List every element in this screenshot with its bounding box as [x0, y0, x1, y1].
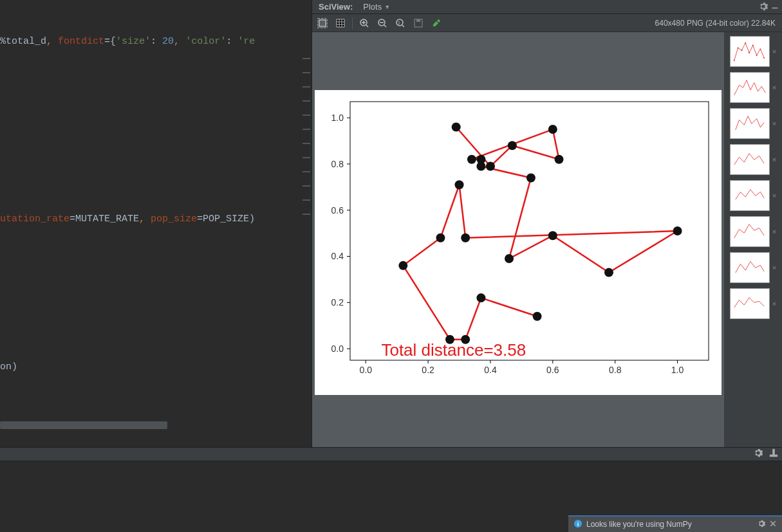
- plot-thumbnail[interactable]: [730, 36, 770, 67]
- notification-popup[interactable]: i Looks like you're using NumPy: [568, 515, 782, 532]
- grid-icon[interactable]: [334, 17, 347, 30]
- editor-horizontal-scrollbar[interactable]: [0, 421, 167, 429]
- svg-point-52: [505, 254, 514, 263]
- chevron-down-icon: ▼: [384, 4, 390, 10]
- zoom-reset-icon[interactable]: 1: [394, 17, 407, 30]
- code-token: 're: [237, 36, 255, 47]
- svg-point-60: [745, 42, 746, 44]
- code-token: 20: [162, 36, 174, 47]
- code-token: ,: [46, 36, 58, 47]
- svg-rect-9: [416, 19, 420, 22]
- plot-thumbnail[interactable]: [730, 180, 770, 211]
- svg-point-57: [734, 60, 735, 61]
- svg-text:0.8: 0.8: [331, 159, 344, 169]
- svg-point-58: [737, 47, 738, 48]
- close-thumbnail-icon[interactable]: ×: [772, 192, 776, 199]
- svg-text:0.6: 0.6: [331, 205, 344, 216]
- svg-text:1.0: 1.0: [331, 113, 344, 123]
- close-thumbnail-icon[interactable]: ×: [772, 48, 776, 55]
- indexing-icon[interactable]: [769, 448, 778, 459]
- close-thumbnail-icon[interactable]: ×: [772, 300, 776, 307]
- svg-point-53: [548, 231, 557, 240]
- svg-text:0.8: 0.8: [609, 365, 622, 375]
- info-icon: i: [573, 519, 582, 530]
- svg-point-39: [467, 155, 476, 164]
- plot-thumbnail[interactable]: [730, 72, 770, 103]
- svg-text:1.0: 1.0: [671, 365, 684, 375]
- svg-point-54: [604, 268, 613, 277]
- status-bar-icons: [754, 448, 778, 459]
- save-icon[interactable]: [412, 17, 425, 30]
- code-token: %total_d: [0, 36, 46, 47]
- thumbnail-row: ×: [730, 144, 776, 175]
- svg-point-35: [452, 122, 461, 131]
- code-token: on): [0, 362, 17, 372]
- svg-point-65: [763, 57, 765, 59]
- zoom-in-icon[interactable]: [358, 17, 371, 30]
- thumbnail-row: ×: [730, 108, 776, 139]
- gear-icon[interactable]: [759, 2, 768, 13]
- thumbnail-row: ×: [730, 180, 776, 211]
- gear-icon[interactable]: [754, 448, 763, 459]
- toolbar-separator: [352, 17, 353, 29]
- thumbnail-row: ×: [730, 72, 776, 103]
- sciview-tabbar: SciView: Plots ▼: [312, 0, 782, 14]
- plot-thumbnail[interactable]: [730, 288, 770, 319]
- close-thumbnail-icon[interactable]: ×: [772, 228, 776, 235]
- code-token: ,: [174, 36, 185, 47]
- code-token: fontdict: [58, 36, 104, 47]
- svg-point-40: [548, 125, 557, 134]
- eyedropper-icon[interactable]: [430, 17, 443, 30]
- close-thumbnail-icon[interactable]: ×: [772, 120, 776, 127]
- code-token: ,: [139, 214, 151, 225]
- code-token: ={: [104, 36, 116, 47]
- thumbnail-row: ×: [730, 288, 776, 319]
- code-token: utation_rate: [0, 214, 70, 225]
- svg-point-37: [486, 162, 495, 171]
- status-bar: [0, 447, 782, 461]
- editor-minimap[interactable]: [303, 58, 310, 228]
- svg-point-61: [749, 52, 750, 53]
- svg-rect-0: [772, 8, 778, 9]
- plot-svg: 0.00.20.40.60.81.00.00.20.40.60.81.0Tota…: [315, 90, 721, 395]
- svg-point-47: [398, 261, 407, 270]
- close-thumbnail-icon[interactable]: ×: [772, 156, 776, 163]
- svg-point-44: [455, 180, 464, 189]
- code-token: pop_size: [151, 214, 197, 225]
- close-thumbnail-icon[interactable]: ×: [772, 84, 776, 91]
- plot-canvas: 0.00.20.40.60.81.00.00.20.40.60.81.0Tota…: [315, 90, 721, 395]
- svg-point-51: [533, 312, 542, 321]
- plot-thumbnail[interactable]: [730, 108, 770, 139]
- bounding-box-icon[interactable]: [316, 17, 329, 30]
- svg-point-63: [756, 55, 757, 56]
- code-token: =MUTATE_RATE: [70, 214, 139, 225]
- svg-text:0.0: 0.0: [331, 344, 344, 354]
- code-token: =POP_SIZE): [197, 214, 255, 225]
- svg-text:0.2: 0.2: [422, 365, 434, 375]
- gear-icon[interactable]: [758, 520, 765, 529]
- plot-thumbnail[interactable]: [730, 216, 770, 247]
- svg-point-46: [461, 234, 470, 243]
- svg-point-64: [759, 48, 761, 50]
- notification-text: Looks like you're using NumPy: [586, 520, 692, 529]
- minimize-icon[interactable]: [770, 1, 779, 12]
- zoom-out-icon[interactable]: [376, 17, 389, 30]
- plot-info-label: 640x480 PNG (24-bit color) 22.84K: [655, 19, 776, 28]
- thumbnail-row: ×: [730, 36, 776, 67]
- plot-toolbar: 1 640x480 PNG (24-bit color) 22.84K: [312, 14, 782, 32]
- sciview-label: SciView:: [315, 2, 357, 12]
- tab-plots[interactable]: Plots ▼: [359, 2, 394, 12]
- svg-point-38: [476, 155, 485, 164]
- svg-text:0.6: 0.6: [546, 365, 559, 375]
- svg-text:1: 1: [398, 21, 400, 25]
- svg-point-43: [526, 173, 535, 182]
- plot-thumbnail[interactable]: [730, 144, 770, 175]
- svg-text:Total distance=3.58: Total distance=3.58: [381, 340, 526, 360]
- plot-thumbnail[interactable]: [730, 252, 770, 283]
- close-thumbnail-icon[interactable]: ×: [772, 264, 776, 271]
- thumbnail-row: ×: [730, 216, 776, 247]
- code-token: 'color': [185, 36, 226, 47]
- tab-plots-label: Plots: [363, 2, 382, 12]
- svg-point-42: [508, 141, 517, 150]
- close-icon[interactable]: [769, 520, 777, 529]
